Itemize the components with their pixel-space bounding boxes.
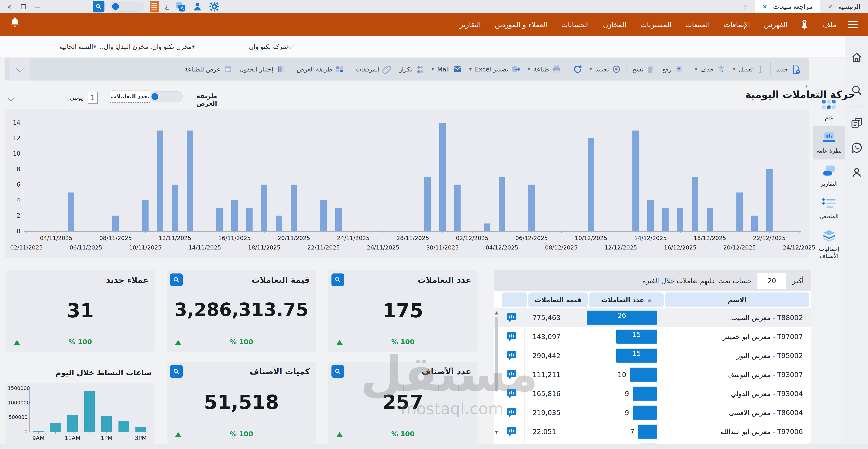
- row-chart-button[interactable]: [499, 327, 524, 346]
- caret-down-icon[interactable]: ▼: [528, 67, 530, 71]
- chart-bar[interactable]: [528, 185, 535, 231]
- caret-down-icon[interactable]: ▼: [469, 67, 472, 71]
- table-row[interactable]: T88002 - معرض الطيب26775,463: [494, 308, 811, 327]
- column-header-name[interactable]: الاسم: [665, 293, 809, 307]
- chart-bar[interactable]: [766, 169, 773, 231]
- chart-bar[interactable]: [135, 427, 146, 431]
- row-chart-button[interactable]: [499, 422, 524, 441]
- more-count-input[interactable]: 20: [757, 273, 786, 289]
- restore-window-icon[interactable]: [21, 4, 26, 9]
- toolbar-button-إختيار-الحقول[interactable]: إختيار الحقول: [236, 61, 289, 78]
- chart-bar[interactable]: [50, 423, 61, 431]
- scrollbar-thumb[interactable]: [495, 317, 498, 392]
- toolbar-button-تعديل[interactable]: تعديل▼: [730, 61, 768, 78]
- chart-bar[interactable]: [662, 208, 669, 231]
- toolbar-button-رفع[interactable]: رفع: [659, 61, 687, 78]
- chart-bar[interactable]: [187, 130, 193, 231]
- menu-item-2[interactable]: الإضافات: [724, 21, 750, 29]
- menu-item-3[interactable]: المبيعات: [685, 21, 710, 29]
- table-scrollbar[interactable]: ▲ ▼: [494, 310, 499, 437]
- chart-bar[interactable]: [231, 200, 238, 231]
- table-row[interactable]: T93007 - معرض اليوسف10111,211: [494, 365, 811, 384]
- table-row[interactable]: T86004 - معرض الاقصى9219,035: [494, 403, 811, 422]
- chart-bar[interactable]: [67, 415, 78, 431]
- notification-bell-icon[interactable]: [8, 16, 21, 29]
- toolbar-button-تصدير-Excel[interactable]: تصدير Excel▼: [466, 61, 524, 78]
- toolbar-button-تحديد[interactable]: تحديد▼: [586, 61, 624, 78]
- menu-item-7[interactable]: العملاء و الموردين: [495, 21, 548, 29]
- toolbar-button-طباعة[interactable]: طباعة▼: [524, 61, 565, 78]
- chart-bar[interactable]: [246, 208, 253, 231]
- column-header-count[interactable]: ≡ عدد التعاملات: [589, 293, 663, 307]
- expand-chevron-icon[interactable]: ›: [805, 82, 808, 90]
- language-letter[interactable]: ع: [165, 3, 169, 10]
- menu-item-4[interactable]: المشتريات: [640, 21, 671, 29]
- caret-down-icon[interactable]: ▼: [589, 67, 592, 71]
- warehouse-select[interactable]: ▼ مخزن تكنو وان, مخزن الهدايا وال..: [104, 40, 196, 53]
- row-chart-button[interactable]: [499, 441, 524, 444]
- sidebar-item-1[interactable]: نظرة عامة: [813, 126, 845, 159]
- toolbar-button-تكرار[interactable]: تكرار: [396, 61, 428, 78]
- chart-bar[interactable]: [454, 185, 461, 231]
- interval-combo[interactable]: [7, 94, 67, 106]
- chart-bar[interactable]: [647, 200, 654, 231]
- menu-item-5[interactable]: المخازن: [603, 21, 626, 29]
- chart-bar[interactable]: [677, 208, 683, 231]
- chart-bar[interactable]: [172, 185, 178, 231]
- tab-home[interactable]: الرئيسية ×: [820, 0, 868, 13]
- chart-bar[interactable]: [588, 138, 594, 231]
- table-row[interactable]: T97007 - معرض ابو خميس15143,097: [494, 327, 811, 346]
- minimize-window-icon[interactable]: —: [35, 4, 41, 10]
- chart-bar[interactable]: [216, 208, 223, 231]
- chart-bar[interactable]: [142, 200, 149, 231]
- hamburger-menu-icon[interactable]: [848, 20, 858, 30]
- chart-bar[interactable]: [736, 192, 743, 231]
- toolbar-button-طريقة-العرض[interactable]: طريقة العرض: [293, 61, 348, 78]
- chart-bar[interactable]: [157, 130, 163, 231]
- row-chart-button[interactable]: [499, 403, 524, 422]
- menu-item-8[interactable]: التقارير: [460, 21, 481, 29]
- kpi-search-icon[interactable]: [170, 273, 183, 286]
- row-chart-button[interactable]: [499, 384, 524, 403]
- new-tab-button[interactable]: +: [735, 0, 755, 13]
- by-transaction-count-chip[interactable]: بعدد التعاملات: [110, 90, 150, 103]
- caret-down-icon[interactable]: ▼: [432, 67, 434, 71]
- menu-item-1[interactable]: الفهرس: [764, 21, 787, 29]
- company-select[interactable]: شركة تكنو وان: [201, 40, 293, 53]
- chart-bar[interactable]: [499, 177, 505, 231]
- sidebar-item-3[interactable]: الملخص: [813, 192, 845, 224]
- table-row[interactable]: T96015 - معرض ابو فرح650,004: [494, 441, 811, 444]
- tab-close-icon[interactable]: ×: [828, 3, 833, 10]
- tab-sales-review[interactable]: مراجعة مبيعات ×: [755, 0, 820, 13]
- menu-item-0[interactable]: ملف: [823, 21, 836, 29]
- theme-toggle[interactable]: [110, 2, 144, 11]
- chart-bar[interactable]: [320, 200, 327, 231]
- chart-bar[interactable]: [112, 215, 119, 231]
- chart-bar[interactable]: [632, 130, 639, 231]
- task-list-icon[interactable]: [150, 1, 159, 12]
- toolbar-button-refresh[interactable]: [569, 61, 586, 78]
- sidebar-item-2[interactable]: التقارير: [813, 159, 845, 192]
- toolbar-button-نسخ[interactable]: نسخ: [629, 61, 659, 78]
- search-icon[interactable]: [93, 1, 104, 12]
- translate-icon[interactable]: عA: [175, 1, 186, 12]
- toolbar-button-حذف[interactable]: حذف▼: [691, 61, 730, 78]
- chart-bar[interactable]: [484, 223, 490, 231]
- settings-gear-icon[interactable]: [209, 1, 220, 12]
- row-chart-button[interactable]: [499, 346, 524, 365]
- kpi-search-icon[interactable]: [332, 365, 344, 378]
- table-row[interactable]: T95002 - معرض النور15290,442: [494, 346, 811, 365]
- chart-bar[interactable]: [84, 391, 95, 431]
- caret-down-icon[interactable]: ▼: [733, 67, 736, 71]
- home-icon[interactable]: [850, 51, 863, 64]
- count-value-toggle[interactable]: [150, 91, 183, 102]
- toolbar-collapse-button[interactable]: [9, 58, 30, 81]
- kpi-search-icon[interactable]: [170, 365, 183, 378]
- chart-bar[interactable]: [335, 208, 342, 231]
- scroll-down-icon[interactable]: ▼: [495, 429, 498, 434]
- chart-bar[interactable]: [291, 185, 297, 231]
- chart-bar[interactable]: [276, 215, 282, 231]
- chart-bar[interactable]: [119, 421, 129, 431]
- row-chart-button[interactable]: [499, 308, 524, 327]
- scroll-up-icon[interactable]: ▲: [495, 310, 498, 315]
